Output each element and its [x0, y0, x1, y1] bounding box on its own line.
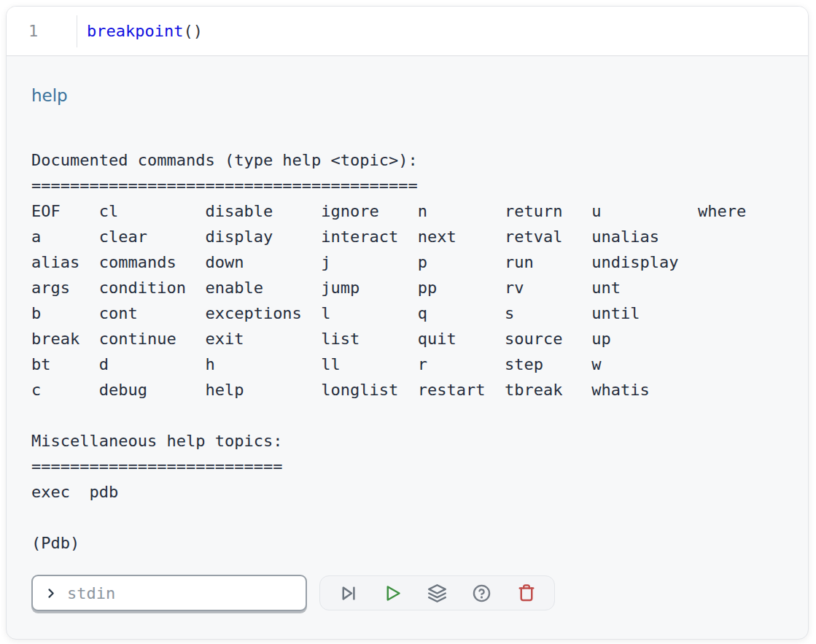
stdin-input[interactable] — [66, 583, 287, 603]
trash-icon — [517, 583, 536, 602]
gutter-divider — [77, 15, 77, 47]
skip-forward-icon — [338, 583, 358, 603]
layers-button[interactable] — [415, 576, 459, 610]
skip-forward-button[interactable] — [326, 576, 370, 610]
run-button[interactable] — [370, 576, 415, 610]
code-line[interactable]: breakpoint() — [87, 22, 203, 40]
line-number: 1 — [7, 22, 77, 40]
help-button[interactable] — [459, 576, 504, 610]
stdin-input-wrapper[interactable] — [31, 575, 307, 611]
code-editor[interactable]: 1 breakpoint() — [7, 7, 808, 56]
output-panel: help Documented commands (type help <top… — [7, 56, 808, 639]
python-debugger-widget: 1 breakpoint() help Documented commands … — [6, 6, 809, 640]
code-token-function: breakpoint — [87, 22, 183, 40]
controls-row — [31, 575, 783, 611]
clear-button[interactable] — [504, 576, 548, 610]
echoed-command: help — [31, 84, 783, 107]
chevron-right-icon — [44, 586, 58, 600]
code-token-parens: () — [183, 22, 203, 40]
play-icon — [383, 583, 403, 603]
layers-icon — [427, 583, 447, 603]
debug-button-group — [319, 575, 555, 610]
question-circle-icon — [472, 583, 491, 603]
pdb-output: Documented commands (type help <topic>):… — [31, 147, 783, 556]
